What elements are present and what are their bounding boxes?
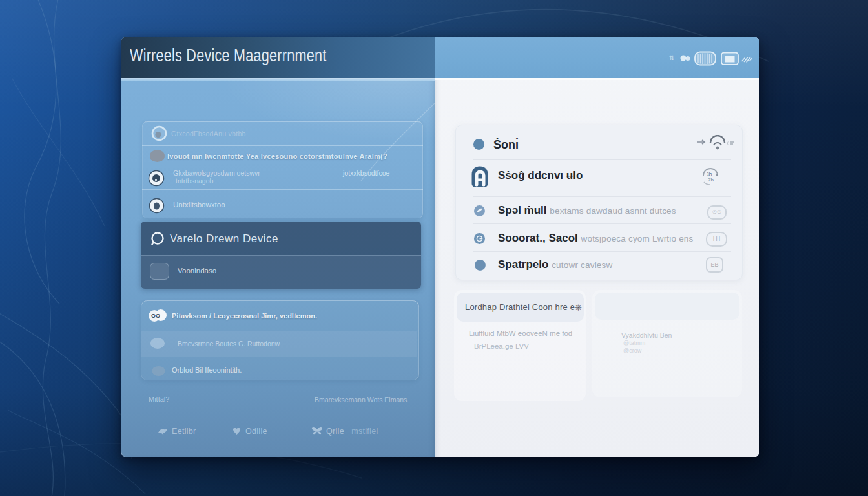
svg-text:OO: OO [151,313,160,319]
svg-text:⇅: ⇅ [669,54,674,61]
svg-text:7b: 7b [708,177,714,183]
